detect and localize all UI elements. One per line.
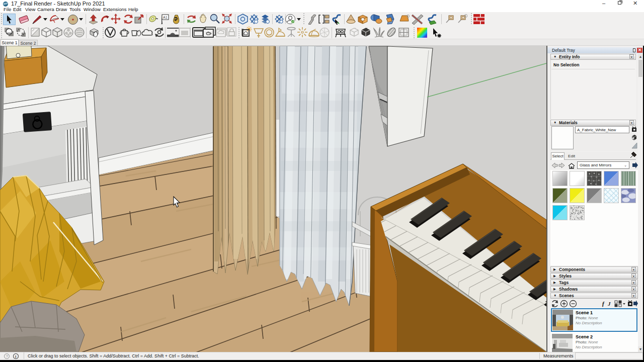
svg-text:ƒ: ƒ: [602, 300, 605, 307]
svg-text:ı: ı: [15, 354, 16, 359]
svg-text:J: J: [607, 301, 611, 307]
svg-text:A1: A1: [163, 16, 168, 19]
svg-text:?: ?: [6, 354, 8, 358]
